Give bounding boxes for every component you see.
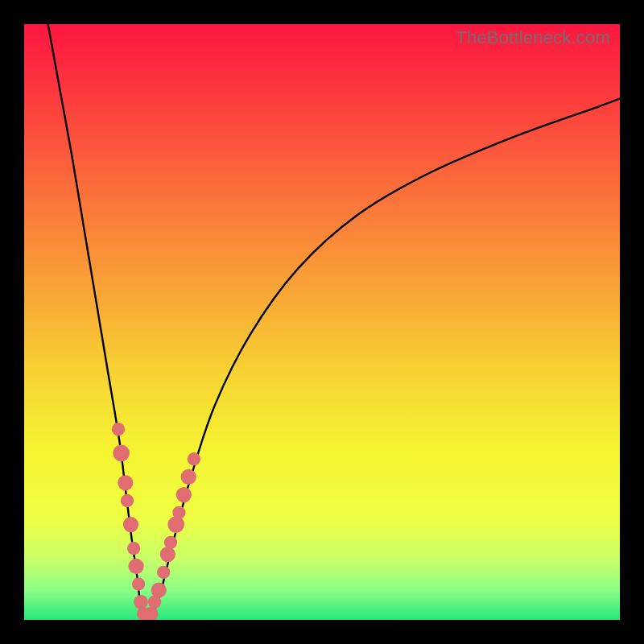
data-marker bbox=[118, 475, 133, 490]
data-marker bbox=[188, 452, 200, 465]
data-marker bbox=[123, 517, 138, 532]
data-marker bbox=[172, 506, 185, 519]
data-marker bbox=[134, 595, 148, 609]
chart-svg bbox=[24, 24, 620, 620]
data-marker bbox=[112, 423, 125, 436]
data-marker bbox=[121, 494, 134, 507]
data-marker bbox=[157, 566, 170, 579]
outer-frame: TheBottleneck.com bbox=[0, 0, 644, 644]
data-marker bbox=[127, 542, 140, 555]
data-marker bbox=[129, 559, 144, 574]
data-marker bbox=[167, 516, 184, 533]
data-marker bbox=[164, 536, 177, 549]
data-marker bbox=[132, 577, 145, 590]
data-marker bbox=[181, 469, 196, 485]
plot-area: TheBottleneck.com bbox=[24, 24, 620, 620]
data-marker bbox=[113, 444, 130, 461]
markers-group bbox=[112, 423, 200, 620]
data-marker bbox=[160, 547, 175, 562]
data-marker bbox=[151, 582, 167, 597]
watermark-text: TheBottleneck.com bbox=[456, 27, 610, 48]
data-marker bbox=[176, 487, 192, 502]
